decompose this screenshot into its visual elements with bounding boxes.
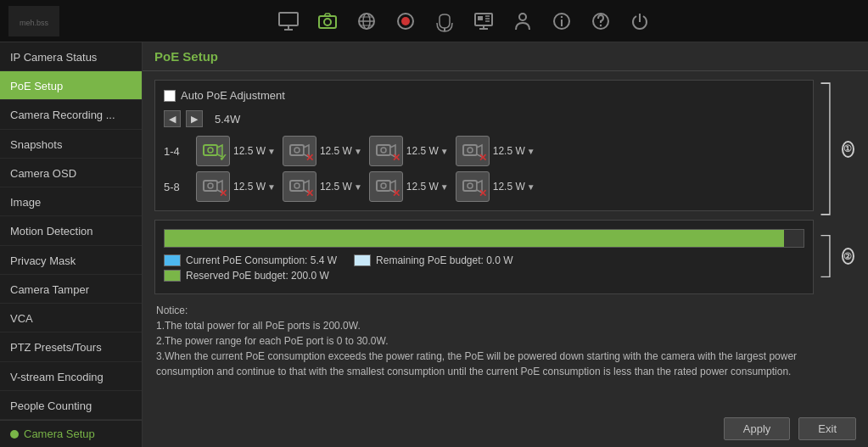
top-bar: meh.bss <box>0 0 868 42</box>
camera-icon[interactable] <box>311 5 344 37</box>
camera-icon-2: ✕ <box>283 136 316 166</box>
watt-dropdown-2[interactable]: 12.5 W ▼ <box>320 145 362 157</box>
watt-dropdown-5[interactable]: 12.5 W ▼ <box>233 181 276 193</box>
camera-grid: ◀ ▶ 5.4W 1-4 <box>164 110 804 202</box>
auto-poe-row: Auto PoE Adjustment <box>164 89 804 102</box>
svg-rect-35 <box>377 145 390 155</box>
prev-page-button[interactable]: ◀ <box>164 110 181 127</box>
dropdown-arrow-2: ▼ <box>354 147 362 156</box>
watt-dropdown-1[interactable]: 12.5 W ▼ <box>233 145 276 157</box>
sidebar-item-camera-recording[interactable]: Camera Recording ... <box>0 100 142 129</box>
sidebar-item-vca[interactable]: VCA <box>0 304 142 332</box>
bracket-svg-1 <box>818 80 842 218</box>
display-icon[interactable] <box>468 5 500 37</box>
svg-point-34 <box>294 148 300 153</box>
svg-rect-38 <box>463 145 477 155</box>
next-page-button[interactable]: ▶ <box>186 110 203 127</box>
sidebar-bottom: Camera Setup <box>0 420 142 447</box>
camera-item-8: ✕ 12.5 W ▼ <box>456 171 535 202</box>
monitor-icon[interactable] <box>272 5 305 37</box>
power-icon[interactable] <box>624 5 656 37</box>
cam-status-x-8: ✕ <box>479 187 487 199</box>
camera-icon-3: ✕ <box>369 136 403 166</box>
watt-dropdown-6[interactable]: 12.5 W ▼ <box>320 181 362 193</box>
sidebar-item-vstream-encoding[interactable]: V-stream Encoding <box>0 362 142 391</box>
dropdown-arrow-1: ▼ <box>267 147 276 156</box>
svg-rect-2 <box>279 13 298 25</box>
camera-icon-7: ✕ <box>369 171 403 202</box>
poe-panel: Auto PoE Adjustment ◀ ▶ 5.4W 1-4 <box>154 80 814 211</box>
cam-status-x-6: ✕ <box>305 187 314 199</box>
camera-item-3: ✕ 12.5 W ▼ <box>369 136 449 166</box>
person-icon[interactable] <box>507 5 539 37</box>
annotation-1: ① <box>818 80 856 218</box>
network-icon[interactable] <box>350 5 383 37</box>
sidebar-item-camera-tamper[interactable]: Camera Tamper <box>0 275 142 304</box>
sidebar-item-ip-camera-status[interactable]: IP Camera Status <box>0 42 142 71</box>
legend-color-current <box>164 254 181 266</box>
notice-line-2: 2.The power range for each PoE port is 0… <box>156 333 854 349</box>
camera-icon-8: ✕ <box>456 171 490 202</box>
page-title: PoE Setup <box>154 49 218 64</box>
annotation-2: ② <box>818 218 856 294</box>
watt-dropdown-4[interactable]: 12.5 W ▼ <box>493 145 535 157</box>
svg-rect-41 <box>204 181 217 191</box>
cam-status-x-5: ✕ <box>219 187 227 199</box>
watt-value-6: 12.5 W <box>320 181 352 193</box>
svg-point-49 <box>381 183 386 188</box>
sidebar-bottom-label: Camera Setup <box>24 427 95 440</box>
watt-value-5: 12.5 W <box>233 181 266 193</box>
record-icon[interactable] <box>389 5 422 37</box>
sidebar-item-snapshots[interactable]: Snapshots <box>0 130 142 159</box>
dropdown-arrow-8: ▼ <box>527 182 535 192</box>
sidebar: IP Camera Status PoE Setup Camera Record… <box>0 42 143 447</box>
sidebar-item-people-counting[interactable]: People Counting <box>0 391 142 420</box>
right-annotations: ① ② <box>818 80 856 294</box>
legend-label-reserved: Reserved PoE budget: 200.0 W <box>186 270 329 282</box>
svg-point-37 <box>381 148 386 153</box>
svg-rect-16 <box>478 16 483 20</box>
top-nav-icons <box>68 5 860 37</box>
auto-poe-checkbox[interactable] <box>164 90 176 102</box>
legend-color-reserved <box>164 270 181 282</box>
row-label-2: 5-8 <box>164 181 189 193</box>
apply-button[interactable]: Apply <box>724 417 791 440</box>
legend-color-remaining <box>354 254 371 266</box>
camera-item-2: ✕ 12.5 W ▼ <box>283 136 362 166</box>
sidebar-item-motion-detection[interactable]: Motion Detection <box>0 216 142 245</box>
logo: meh.bss <box>8 6 59 36</box>
sidebar-item-camera-osd[interactable]: Camera OSD <box>0 159 142 187</box>
sidebar-item-poe-setup[interactable]: PoE Setup <box>0 71 142 100</box>
cam-status-x-4: ✕ <box>479 152 487 164</box>
watt-dropdown-3[interactable]: 12.5 W ▼ <box>406 145 449 157</box>
watt-dropdown-8[interactable]: 12.5 W ▼ <box>493 181 535 193</box>
camera-icon-6: ✕ <box>283 171 316 202</box>
watt-value-1: 12.5 W <box>233 145 266 157</box>
sidebar-item-image[interactable]: Image <box>0 187 142 216</box>
bottom-buttons: Apply Exit <box>143 412 868 447</box>
camera-icon-4: ✕ <box>456 136 490 166</box>
dropdown-arrow-4: ▼ <box>527 147 535 156</box>
info-icon[interactable] <box>546 5 578 37</box>
watt-dropdown-7[interactable]: 12.5 W ▼ <box>406 181 449 193</box>
content-header: PoE Setup <box>143 42 868 71</box>
watt-value-8: 12.5 W <box>493 181 525 193</box>
camera-row-1: 1-4 ✓ <box>164 136 804 166</box>
svg-rect-50 <box>463 181 477 191</box>
auto-poe-label: Auto PoE Adjustment <box>181 89 285 102</box>
audio-icon[interactable] <box>428 5 461 37</box>
svg-point-40 <box>468 148 473 153</box>
svg-point-25 <box>560 15 562 17</box>
legend-row: Current PoE Consumption: 5.4 W Remaining… <box>164 254 804 266</box>
exit-button[interactable]: Exit <box>798 417 856 440</box>
sidebar-item-ptz-presets[interactable]: PTZ Presets/Tours <box>0 332 142 361</box>
watt-value-7: 12.5 W <box>406 181 439 193</box>
legend-row-2: Reserved PoE budget: 200.0 W <box>164 270 804 282</box>
row-label-1: 1-4 <box>164 145 189 158</box>
content-body: Auto PoE Adjustment ◀ ▶ 5.4W 1-4 <box>143 71 868 412</box>
help-icon[interactable] <box>585 5 617 37</box>
sidebar-item-privacy-mask[interactable]: Privacy Mask <box>0 246 142 275</box>
panels-wrapper: Auto PoE Adjustment ◀ ▶ 5.4W 1-4 <box>154 80 856 294</box>
cam-status-x-3: ✕ <box>392 152 400 164</box>
annotation-circle-1: ① <box>842 141 854 158</box>
